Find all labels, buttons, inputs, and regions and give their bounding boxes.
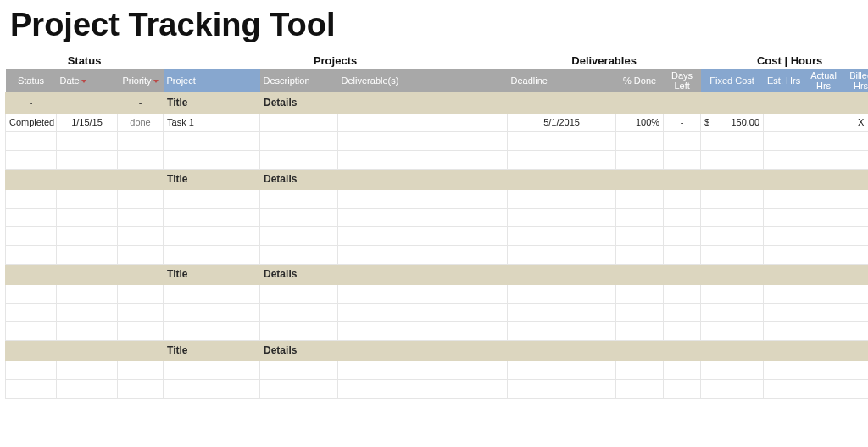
section-details-label[interactable]: Details	[260, 92, 868, 113]
section-title-label[interactable]: Title	[164, 92, 260, 113]
super-header-deliverables: Deliverables	[508, 52, 701, 69]
section-details-label[interactable]: Details	[260, 169, 868, 189]
section-band: Title Details	[6, 340, 869, 360]
project-table: Status Projects Deliverables Cost | Hour…	[5, 52, 868, 399]
super-header-status: Status	[6, 52, 164, 69]
section-status-placeholder: -	[6, 92, 57, 113]
table-row	[6, 226, 869, 245]
section-details-label[interactable]: Details	[260, 264, 868, 284]
col-deadline[interactable]: Deadline	[508, 69, 616, 92]
section-details-label[interactable]: Details	[260, 340, 868, 360]
super-header-projects: Projects	[164, 52, 508, 69]
super-header-cost-hours: Cost | Hours	[701, 52, 868, 69]
super-header-row: Status Projects Deliverables Cost | Hour…	[6, 52, 869, 69]
col-date[interactable]: Date	[57, 69, 118, 92]
cell-est-hrs[interactable]	[764, 113, 804, 131]
col-priority[interactable]: Priority	[118, 69, 164, 92]
cell-status[interactable]: Completed	[6, 113, 57, 131]
table-row	[6, 150, 869, 169]
section-priority-placeholder: -	[118, 92, 164, 113]
sort-indicator-icon	[153, 80, 159, 83]
col-billed-hrs[interactable]: Billed Hrs	[843, 69, 868, 92]
table-row	[6, 131, 869, 150]
cell-billed-hrs[interactable]: X	[843, 113, 868, 131]
cell-description[interactable]	[260, 113, 338, 131]
col-status[interactable]: Status	[6, 69, 57, 92]
table-row	[6, 245, 869, 264]
col-est-hrs[interactable]: Est. Hrs	[764, 69, 804, 92]
cell-fixed-cost[interactable]: $ 150.00	[701, 113, 764, 131]
column-header-row: Status Date Priority Project Description…	[6, 69, 869, 92]
table-row: Completed 1/15/15 done Task 1 5/1/2015 1…	[6, 113, 869, 131]
table-row	[6, 284, 869, 303]
table-row	[6, 321, 869, 340]
col-pct-done[interactable]: % Done	[616, 69, 664, 92]
table-row	[6, 208, 869, 226]
section-band: Title Details	[6, 264, 869, 284]
cell-days-left[interactable]: -	[664, 113, 701, 131]
table-row	[6, 379, 869, 398]
section-title-label[interactable]: Title	[164, 169, 260, 189]
col-description[interactable]: Description	[260, 69, 338, 92]
cell-actual-hrs[interactable]	[804, 113, 843, 131]
section-title-label[interactable]: Title	[164, 340, 260, 360]
cell-priority[interactable]: done	[118, 113, 164, 131]
cell-project[interactable]: Task 1	[164, 113, 260, 131]
col-days-left[interactable]: Days Left	[664, 69, 701, 92]
sort-indicator-icon	[81, 80, 86, 83]
col-project[interactable]: Project	[164, 69, 260, 92]
table-row	[6, 303, 869, 321]
cell-date[interactable]: 1/15/15	[57, 113, 118, 131]
col-deliverable[interactable]: Deliverable(s)	[338, 69, 508, 92]
section-band: Title Details	[6, 169, 869, 189]
col-fixed-cost[interactable]: Fixed Cost	[701, 69, 764, 92]
cell-deadline[interactable]: 5/1/2015	[508, 113, 616, 131]
cell-deliverable[interactable]	[338, 113, 508, 131]
cell-pct-done[interactable]: 100%	[616, 113, 664, 131]
section-band: - - Title Details	[6, 92, 869, 113]
section-title-label[interactable]: Title	[164, 264, 260, 284]
col-actual-hrs[interactable]: Actual Hrs	[804, 69, 843, 92]
page-title: Project Tracking Tool	[5, 0, 863, 52]
table-row	[6, 189, 869, 208]
table-row	[6, 360, 869, 379]
